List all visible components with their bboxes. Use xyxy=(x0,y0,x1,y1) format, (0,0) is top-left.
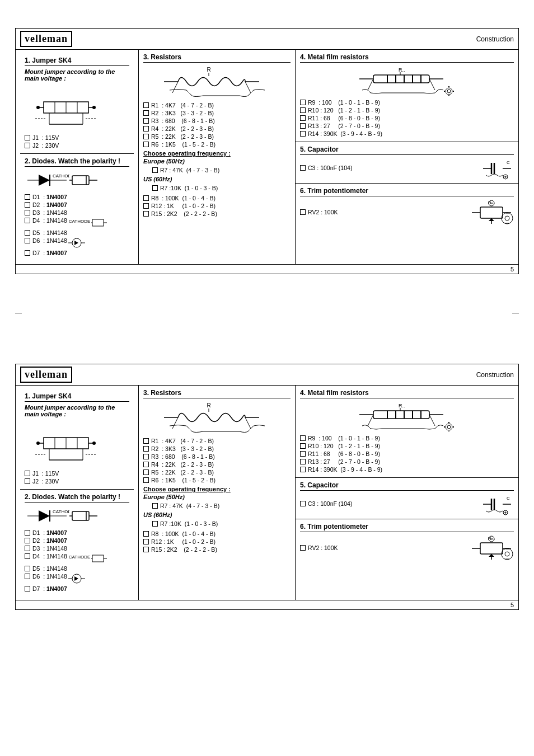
cap-title-2: 5. Capacitor xyxy=(300,481,514,491)
r5-row-2: R5 : 22K (2 - 2 - 3 - B) xyxy=(143,469,291,476)
page-num-2: 5 xyxy=(16,600,518,609)
construction-label-2: Construction xyxy=(476,371,514,379)
europe-freq-row-2: R7 : 47K (4 - 7 - 3 - B) xyxy=(152,503,291,509)
svg-text:R: R xyxy=(207,67,210,73)
svg-point-7 xyxy=(92,106,96,109)
checkbox-r10-2[interactable] xyxy=(300,443,306,449)
cap-title-1: 5. Capacitor xyxy=(300,145,514,155)
mfr-diagram-2: R.. xyxy=(300,401,514,433)
r2-row: R2 : 3K3 (3 - 3 - 2 - B) xyxy=(143,110,291,116)
r15-row: R15 : 2K2 (2 - 2 - 2 - B) xyxy=(143,210,291,217)
svg-rect-21 xyxy=(92,219,104,226)
mfr-section-2: 4. Metal film resistors R.. xyxy=(296,386,518,478)
checkbox-r10[interactable] xyxy=(300,107,306,113)
page-1: velleman Construction 1. Jumper SK4 Moun… xyxy=(0,0,534,302)
checkbox-rv2-2[interactable] xyxy=(300,545,306,551)
jumper-section-2: 1. Jumper SK4 Mount jumper according to … xyxy=(20,389,134,489)
checkbox-r6-2[interactable] xyxy=(143,477,149,483)
resistors-title-1: 3. Resistors xyxy=(143,53,291,63)
checkbox-r2-2[interactable] xyxy=(143,446,149,452)
c3-row-2: C3 : 100nF (104) xyxy=(300,500,478,507)
svg-line-104 xyxy=(172,417,178,429)
checkbox-r11-2[interactable] xyxy=(300,451,306,457)
checkbox-r13[interactable] xyxy=(300,123,306,129)
svg-point-141 xyxy=(505,552,509,556)
checkbox-j1-2[interactable] xyxy=(25,471,30,476)
europe-freq-row: R7 : 47K (4 - 7 - 3 - B) xyxy=(152,167,291,173)
us-label-2: US (60Hz) xyxy=(143,511,291,518)
checkbox-r4-2[interactable] xyxy=(143,462,149,467)
velleman-logo-1: velleman xyxy=(20,31,72,47)
checkbox-d5[interactable] xyxy=(25,230,30,236)
checkbox-r2[interactable] xyxy=(143,110,149,116)
checkbox-r7-us-2[interactable] xyxy=(152,521,158,527)
checkbox-r1[interactable] xyxy=(143,102,149,108)
checkbox-j2[interactable] xyxy=(25,143,30,148)
checkbox-d2-2[interactable] xyxy=(25,538,30,543)
svg-point-118 xyxy=(446,424,452,430)
freq-label-1: Choose operating frequency : xyxy=(143,150,291,157)
checkbox-r5[interactable] xyxy=(143,134,149,139)
svg-line-116 xyxy=(368,415,373,426)
diode-d1-row-2: D1 : 1N4007 xyxy=(25,529,129,536)
svg-line-33 xyxy=(245,82,251,93)
checkbox-r9[interactable] xyxy=(300,100,306,105)
checkbox-r3[interactable] xyxy=(143,118,149,124)
checkbox-c3[interactable] xyxy=(300,165,306,171)
checkbox-r12[interactable] xyxy=(143,203,149,209)
checkbox-d6-2[interactable] xyxy=(25,574,30,579)
checkbox-d7[interactable] xyxy=(25,250,30,256)
svg-point-79 xyxy=(92,442,96,445)
trimpot-title-2: 6. Trim potentiometer xyxy=(300,523,514,532)
checkbox-r11[interactable] xyxy=(300,115,306,121)
checkbox-r14[interactable] xyxy=(300,131,306,137)
checkbox-d4[interactable] xyxy=(25,218,30,223)
cap-section-2: 5. Capacitor C3 : 100nF (104) C xyxy=(296,478,518,519)
r4-row-2: R4 : 22K (2 - 2 - 3 - B) xyxy=(143,461,291,468)
checkbox-d3-2[interactable] xyxy=(25,546,30,551)
checkbox-d1[interactable] xyxy=(25,194,30,200)
checkbox-d6[interactable] xyxy=(25,238,30,243)
checkbox-r9-2[interactable] xyxy=(300,435,306,441)
checkbox-d4-2[interactable] xyxy=(25,553,30,559)
checkbox-j2-2[interactable] xyxy=(25,478,30,484)
checkbox-c3-2[interactable] xyxy=(300,501,306,506)
svg-point-47 xyxy=(447,90,451,93)
r9-row-2: R9 : 100 (1 - 0 - 1 - B - 9) xyxy=(300,435,514,442)
checkbox-r12-2[interactable] xyxy=(143,539,149,544)
diode-d4-row: D4 : 1N4148 CATHODE xyxy=(25,217,129,228)
col-2-1: 1. Jumper SK4 Mount jumper according to … xyxy=(16,386,139,600)
checkbox-r8-2[interactable] xyxy=(143,531,149,537)
svg-text:CATHODE: CATHODE xyxy=(53,173,69,179)
checkbox-j1[interactable] xyxy=(25,135,30,140)
checkbox-d1-2[interactable] xyxy=(25,530,30,536)
checkbox-r1-2[interactable] xyxy=(143,438,149,444)
checkbox-r13-2[interactable] xyxy=(300,459,306,464)
checkbox-r15[interactable] xyxy=(143,211,149,217)
svg-point-78 xyxy=(36,442,40,445)
velleman-logo-2: velleman xyxy=(20,367,72,383)
checkbox-r5-2[interactable] xyxy=(143,469,149,475)
checkbox-r4[interactable] xyxy=(143,126,149,132)
checkbox-d5-2[interactable] xyxy=(25,566,30,571)
checkbox-r15-2[interactable] xyxy=(143,547,149,552)
checkbox-r7-us[interactable] xyxy=(152,185,158,191)
r8-row-2: R8 : 100K (1 - 0 - 4 - B) xyxy=(143,530,291,537)
checkbox-r7-eu[interactable] xyxy=(152,167,158,173)
diode-d6-row-2: D6 : 1N4148 xyxy=(25,573,129,584)
checkbox-rv2[interactable] xyxy=(300,209,306,215)
checkbox-r3-2[interactable] xyxy=(143,454,149,459)
jumper-j2-row: J2 : 230V xyxy=(25,142,129,149)
checkbox-r6[interactable] xyxy=(143,142,149,147)
checkbox-d7-2[interactable] xyxy=(25,586,30,591)
header-bar-2: velleman Construction xyxy=(16,364,518,386)
checkbox-d2[interactable] xyxy=(25,202,30,208)
jumper-j1-row: J1 : 115V xyxy=(25,134,129,141)
checkbox-d3[interactable] xyxy=(25,210,30,215)
r11-row: R11 : 68 (6 - 8 - 0 - B - 9) xyxy=(300,115,514,121)
jumper-subtitle-1: Mount jumper according to the main volta… xyxy=(25,68,129,82)
checkbox-r7-eu-2[interactable] xyxy=(152,503,158,509)
checkbox-r14-2[interactable] xyxy=(300,467,306,472)
content-grid-1: 1. Jumper SK4 Mount jumper according to … xyxy=(16,50,518,264)
checkbox-r8[interactable] xyxy=(143,195,149,201)
